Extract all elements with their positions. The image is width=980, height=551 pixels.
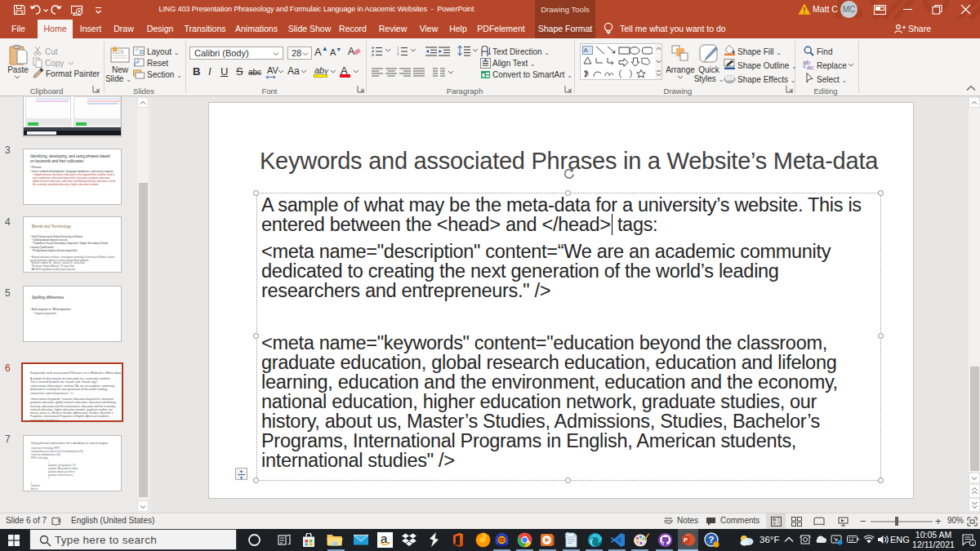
svg-text:ac: ac [807,64,813,69]
svg-text:?: ? [709,535,715,544]
svg-text:P: P [684,536,688,544]
svg-text:A: A [584,47,589,54]
svg-text:1: 1 [972,541,974,546]
svg-text:3: 3 [397,54,399,57]
svg-text:A: A [348,46,354,57]
